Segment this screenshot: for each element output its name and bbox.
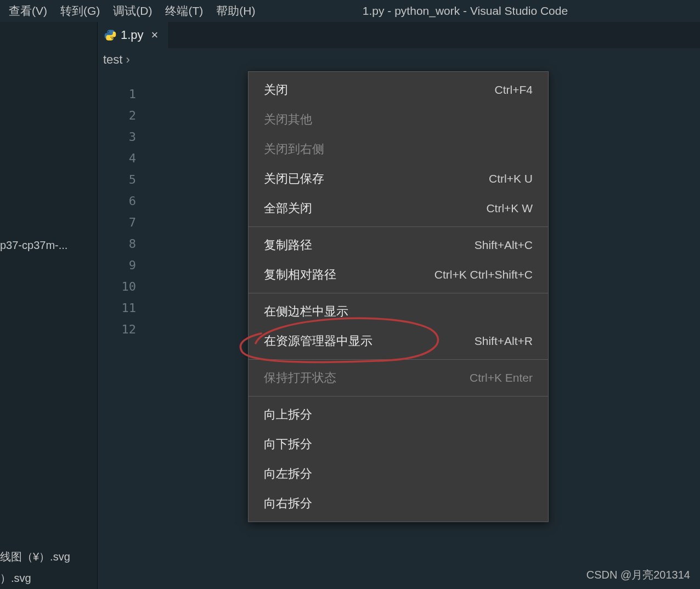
menu-item-label: 向左拆分 xyxy=(264,466,312,482)
menu-split-left[interactable]: 向左拆分 xyxy=(249,459,548,489)
menu-close-right: 关闭到右侧 xyxy=(249,134,548,164)
tab-label: 1.py xyxy=(121,28,144,42)
menubar-item[interactable]: 调试(D) xyxy=(106,1,159,21)
menu-separator xyxy=(249,396,548,397)
line-number: 4 xyxy=(114,148,136,169)
tab-context-menu: 关闭Ctrl+F4关闭其他关闭到右侧关闭已保存Ctrl+K U全部关闭Ctrl+… xyxy=(248,71,549,522)
explorer-sidebar: p37-cp37m-... 线图（¥）.svg）.svg xyxy=(0,22,98,589)
menu-reveal-explorer[interactable]: 在资源管理器中显示Shift+Alt+R xyxy=(249,326,548,356)
menu-item-label: 复制路径 xyxy=(264,237,312,253)
menu-separator xyxy=(249,359,548,360)
menu-copy-relative-path[interactable]: 复制相对路径Ctrl+K Ctrl+Shift+C xyxy=(249,260,548,290)
watermark: CSDN @月亮201314 xyxy=(586,568,690,582)
menu-item-shortcut: Ctrl+F4 xyxy=(495,83,533,97)
main-area: p37-cp37m-... 线图（¥）.svg）.svg 1.py × test… xyxy=(0,22,700,589)
menu-split-right[interactable]: 向右拆分 xyxy=(249,489,548,518)
line-number: 12 xyxy=(114,319,136,340)
line-number: 7 xyxy=(114,212,136,233)
sidebar-item[interactable]: ）.svg xyxy=(0,568,97,589)
menu-item-label: 关闭到右侧 xyxy=(264,141,324,157)
tabs-row: 1.py × xyxy=(98,22,700,48)
menu-separator xyxy=(249,226,548,227)
menu-reveal-sidebar[interactable]: 在侧边栏中显示 xyxy=(249,297,548,326)
sidebar-item[interactable]: p37-cp37m-... xyxy=(0,236,97,255)
breadcrumb[interactable]: test › xyxy=(98,48,700,71)
line-number: 3 xyxy=(114,126,136,148)
menu-item-label: 关闭已保存 xyxy=(264,171,324,187)
line-number: 1 xyxy=(114,83,136,105)
python-icon xyxy=(104,29,116,41)
menu-item-shortcut: Ctrl+K Ctrl+Shift+C xyxy=(434,268,533,281)
sidebar-item[interactable]: 线图（¥）.svg xyxy=(0,546,97,568)
menu-item-label: 关闭 xyxy=(264,82,288,98)
chevron-right-icon: › xyxy=(126,53,129,67)
menu-item-shortcut: Ctrl+K W xyxy=(486,202,533,215)
menu-item-shortcut: Shift+Alt+R xyxy=(475,335,533,348)
menu-keep-open: 保持打开状态Ctrl+K Enter xyxy=(249,363,548,393)
menu-item-shortcut: Ctrl+K Enter xyxy=(470,371,533,384)
menu-item-label: 复制相对路径 xyxy=(264,267,336,283)
menu-close-all[interactable]: 全部关闭Ctrl+K W xyxy=(249,194,548,223)
menubar-item[interactable]: 转到(G) xyxy=(54,1,106,21)
menu-item-label: 关闭其他 xyxy=(264,111,312,128)
editor-area: 1.py × test › 123456789101112 关闭Ctrl+F4关… xyxy=(98,22,700,589)
line-number-gutter: 123456789101112 xyxy=(114,83,136,340)
line-number: 5 xyxy=(114,169,136,190)
menu-split-up[interactable]: 向上拆分 xyxy=(249,400,548,429)
tab-file[interactable]: 1.py × xyxy=(98,22,169,48)
menu-separator xyxy=(249,293,548,293)
menu-close-saved[interactable]: 关闭已保存Ctrl+K U xyxy=(249,164,548,194)
menu-close-others: 关闭其他 xyxy=(249,105,548,134)
menu-split-down[interactable]: 向下拆分 xyxy=(249,429,548,459)
menu-item-label: 保持打开状态 xyxy=(264,370,336,386)
line-number: 2 xyxy=(114,105,136,126)
menubar-item[interactable]: 查看(V) xyxy=(2,1,54,21)
line-number: 9 xyxy=(114,254,136,276)
menu-item-shortcut: Shift+Alt+C xyxy=(475,239,533,252)
menu-item-label: 全部关闭 xyxy=(264,200,312,217)
menubar-item[interactable]: 终端(T) xyxy=(159,1,210,21)
line-number: 11 xyxy=(114,297,136,319)
menu-item-label: 向上拆分 xyxy=(264,406,312,423)
menu-item-label: 在资源管理器中显示 xyxy=(264,333,372,349)
line-number: 6 xyxy=(114,190,136,212)
menu-item-label: 向下拆分 xyxy=(264,436,312,452)
menu-item-shortcut: Ctrl+K U xyxy=(489,172,533,185)
line-number: 10 xyxy=(114,276,136,297)
close-icon[interactable]: × xyxy=(151,28,159,42)
menu-close[interactable]: 关闭Ctrl+F4 xyxy=(249,75,548,105)
line-number: 8 xyxy=(114,233,136,254)
menubar: 1.py - python_work - Visual Studio Code … xyxy=(0,0,700,22)
menu-item-label: 在侧边栏中显示 xyxy=(264,303,348,320)
menubar-item[interactable]: 帮助(H) xyxy=(210,1,262,21)
breadcrumb-segment: test xyxy=(103,53,122,67)
menu-copy-path[interactable]: 复制路径Shift+Alt+C xyxy=(249,230,548,260)
menu-item-label: 向右拆分 xyxy=(264,495,312,512)
